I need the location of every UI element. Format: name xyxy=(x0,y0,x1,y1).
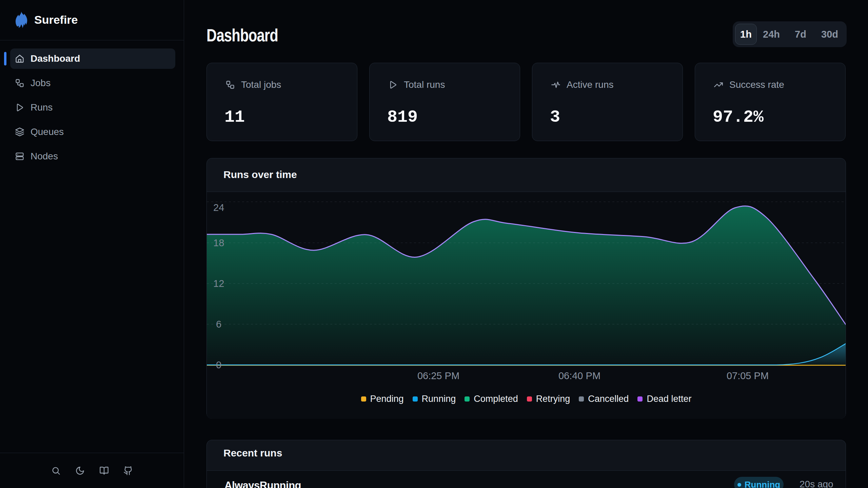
svg-text:06:25 PM: 06:25 PM xyxy=(417,370,459,381)
svg-text:24: 24 xyxy=(213,202,224,213)
svg-text:07:05 PM: 07:05 PM xyxy=(727,370,769,381)
svg-text:18: 18 xyxy=(213,237,224,248)
svg-text:12: 12 xyxy=(213,278,224,289)
svg-text:6: 6 xyxy=(216,319,221,330)
svg-text:0: 0 xyxy=(216,359,221,370)
svg-text:06:40 PM: 06:40 PM xyxy=(558,370,600,381)
